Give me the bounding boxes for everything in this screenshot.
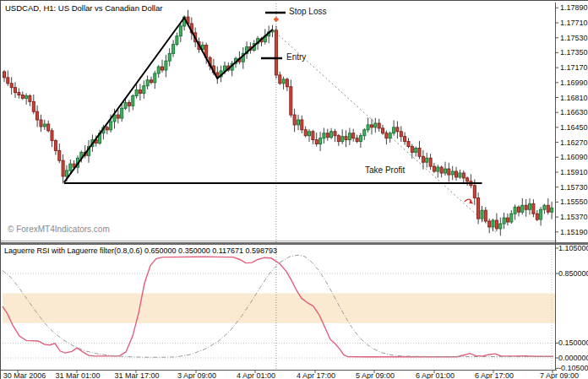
zigzag-trendline[interactable] [64,18,273,182]
axis-label: 1.17170 [560,63,588,72]
axis-label: 1.17350 [560,48,588,57]
axis-label: 1.17530 [560,34,588,42]
mt4-chart-window: 1.178901.177101.175301.173501.171701.169… [0,0,588,379]
axis-label: 1.105000 [558,244,588,252]
axis-label: 31 Mar 17:00 [114,371,159,379]
axis-label: 1.16450 [560,123,588,132]
axis-label: 4 Apr 17:00 [297,371,335,379]
axis-label: 6 Apr 01:00 [416,371,455,379]
axis-label: 1.15370 [560,213,588,221]
axis-label: 1.16270 [560,138,588,147]
axis-label: 3 Apr 09:00 [177,371,216,379]
rsi-band [3,294,555,323]
axis-label: 5 Apr 09:00 [356,371,395,379]
axis-label: 1.16810 [560,94,588,102]
axis-label: 1.16630 [560,108,588,116]
axis-label: 0.150000 [558,338,588,347]
chart-canvas[interactable]: 1.178901.177101.175301.173501.171701.169… [1,1,588,379]
axis-label: 0.000000 [558,354,588,362]
panel-separator[interactable] [1,242,588,245]
axis-label: 1.16990 [560,79,588,87]
axis-label: 4 Apr 01:00 [237,371,275,379]
axis-label: 7 Apr 09:00 [540,371,579,379]
axis-label: 0.850000 [558,269,588,278]
axis-label: 30 Mar 2006 [3,371,46,379]
axis-label: 1.15730 [560,183,588,192]
axis-label: 31 Mar 01:00 [55,371,100,379]
axis-label: 1.15550 [560,198,588,206]
sell-arrow-icon [465,199,474,203]
axis-label: 6 Apr 17:00 [475,371,514,379]
axis-label: 1.17890 [560,3,588,12]
entry-diamond-marker [274,17,280,23]
axis-label: 1.16090 [560,153,588,161]
axis-label: 1.15190 [560,228,588,236]
axis-label: 1.17710 [560,19,588,27]
axis-label: 1.15910 [560,168,588,176]
